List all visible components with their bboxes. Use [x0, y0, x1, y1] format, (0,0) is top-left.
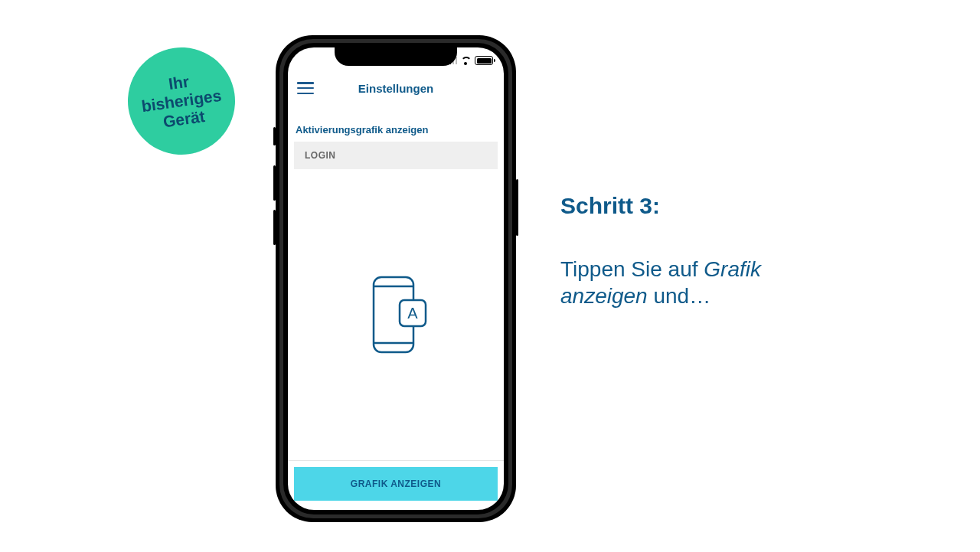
activation-graphic: A [288, 169, 504, 460]
app-header: Einstellungen [288, 70, 504, 106]
show-graphic-button[interactable]: GRAFIK ANZEIGEN [294, 467, 498, 501]
app-content: Aktivierungsgrafik anzeigen LOGIN A GRAF… [288, 106, 504, 510]
previous-device-badge: Ihr bisheriges Gerät [121, 41, 242, 162]
phone-volume-down [273, 210, 276, 245]
phone-mockup: Einstellungen Aktivierungsgrafik anzeige… [276, 35, 516, 522]
badge-text: Ihr bisheriges Gerät [138, 68, 225, 134]
app-header-title: Einstellungen [288, 82, 504, 95]
section-header: Aktivierungsgrafik anzeigen [288, 124, 504, 142]
step-title: Schritt 3: [560, 193, 836, 219]
phone-power-button [516, 179, 518, 236]
battery-icon [475, 56, 493, 65]
phone-silence-switch [273, 127, 276, 145]
login-row[interactable]: LOGIN [294, 142, 498, 169]
instructions: Schritt 3: Tippen Sie auf Grafik anzeige… [560, 193, 836, 309]
phone-screen: Einstellungen Aktivierungsgrafik anzeige… [288, 47, 504, 510]
phone-volume-up [273, 165, 276, 201]
phone-activation-icon: A [361, 273, 430, 357]
phone-notch [335, 43, 457, 66]
step-body-post: und… [648, 284, 711, 308]
hamburger-menu-icon[interactable] [297, 82, 314, 94]
step-body-pre: Tippen Sie auf [560, 257, 704, 281]
svg-text:A: A [407, 305, 418, 322]
badge-line1: Ihr [168, 72, 191, 93]
step-body: Tippen Sie auf Grafik anzeigen und… [560, 256, 836, 309]
wifi-icon [460, 57, 470, 64]
